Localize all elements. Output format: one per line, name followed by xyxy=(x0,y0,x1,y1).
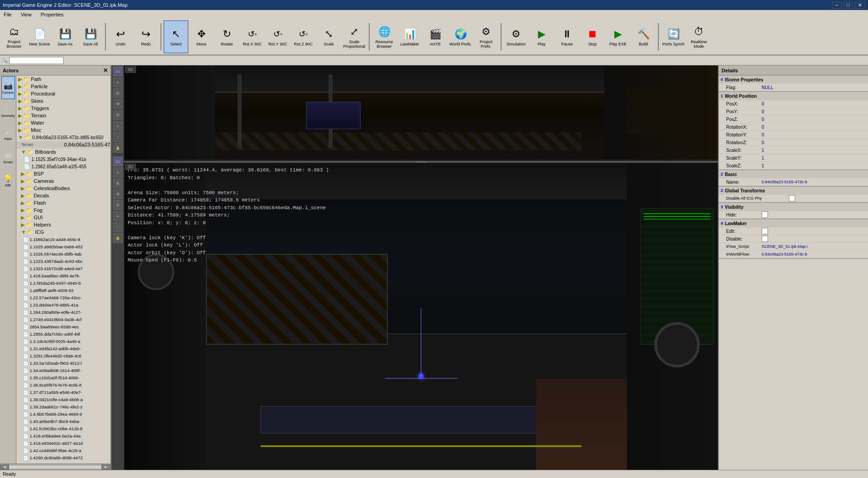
vp-bot-settings-btn[interactable]: ⚙ xyxy=(113,200,123,210)
tree-icg-15[interactable]: 📄 1.3.1dc4c95f-0025-4a45-a xyxy=(16,337,110,345)
tree-icg-3[interactable]: 📄 1.1026.5574ecd4-d9fb-4ab xyxy=(16,250,110,257)
tree-item-bsp[interactable]: ▶ 📁 BSP xyxy=(16,170,110,177)
rot-y-btn[interactable]: ↺Y Rot.Y 90C xyxy=(266,20,290,53)
search-input[interactable] xyxy=(9,57,64,64)
redo-btn[interactable]: ↪ Redo xyxy=(134,20,158,53)
tree-item-terrain-header[interactable]: Terrain 0.84c06a23-5165-473c-... xyxy=(16,141,110,148)
tree-horizontal-scrollbar[interactable]: ◀ ▶ xyxy=(0,463,110,470)
select-btn[interactable]: ↖ Select xyxy=(164,20,188,53)
vp-top-scale-btn[interactable]: ↕ xyxy=(113,132,123,142)
tree-item-decals[interactable]: ▶ 📁 Decals xyxy=(16,192,110,199)
tree-icg-25[interactable]: 📄 1.4.8b67beb9-29ea-4669-9 xyxy=(16,410,110,418)
rot-z-btn[interactable]: ↺Z Rot.Z 90C xyxy=(291,20,316,53)
camera-tool-btn[interactable]: 📷 Camera xyxy=(1,76,15,99)
tree-icg-18[interactable]: 📄 1.33.5a7d2eab-f903-4512-l xyxy=(16,359,110,367)
close-btn[interactable]: ✕ xyxy=(855,2,865,9)
vp-bot-plus-btn[interactable]: + xyxy=(113,167,123,177)
anite-btn[interactable]: 🎬 AniTE xyxy=(423,20,447,53)
move-btn[interactable]: ✥ Move xyxy=(189,20,214,53)
tree-icg-14[interactable]: 📄 1.2855.dda7c56c-a4bf-49f xyxy=(16,330,110,337)
save-as-btn[interactable]: 💾 Save As xyxy=(53,20,77,53)
scroll-left-btn[interactable]: ◀ xyxy=(0,464,9,470)
undo-btn[interactable]: ↩ Undo xyxy=(108,20,133,53)
tree-icg-6[interactable]: 📄 1.418.baad9ec-d9fd-4e7b xyxy=(16,272,110,279)
actors-close-btn[interactable]: ✕ xyxy=(103,67,108,74)
tree-icg-9[interactable]: 📄 1.22.57ae3468-726a-43cc- xyxy=(16,294,110,301)
resource-browser-btn[interactable]: 🌐 ResourceBrowser xyxy=(372,20,396,53)
ports-synch-btn[interactable]: 🔄 Ports Synch xyxy=(661,20,686,53)
rotate-btn[interactable]: ↻ Rotate xyxy=(215,20,239,53)
actors-tree[interactable]: ▶ 📁 Path ▶ 📁 Particle ▶ 📁 Procedural ▶ 📁… xyxy=(16,75,110,463)
section-2-header[interactable]: 2 Basic xyxy=(719,170,868,178)
tree-item-water[interactable]: ▶ 📁 Water xyxy=(16,119,110,126)
tree-item-bill-2[interactable]: 📄 1.2962.65a51a48-a1f5-455 xyxy=(16,163,110,170)
minimize-btn[interactable]: ─ xyxy=(832,2,842,9)
menu-file[interactable]: File xyxy=(2,11,14,18)
viewport-bottom[interactable]: FPS: 35.8731 ( worst: 11244.4, average: … xyxy=(124,163,718,470)
tree-item-bilboards[interactable]: ▼ 📁 Bilboards xyxy=(16,148,110,156)
vp-top-plus-btn[interactable]: + xyxy=(113,77,123,87)
menu-view[interactable]: View xyxy=(19,11,34,18)
tree-icg-23[interactable]: 📄 1.38.0d21c0fe-c4a9-4b06-a xyxy=(16,396,110,403)
rot-x-btn[interactable]: ↺X Rot.X 90C xyxy=(240,20,265,53)
tree-item-skies[interactable]: ▶ 📁 Skies xyxy=(16,97,110,105)
tree-icg-22[interactable]: 📄 1.37.d711a5b5-e546-40e7- xyxy=(16,388,110,396)
prop-edit-checkbox[interactable] xyxy=(762,228,768,234)
new-scene-btn[interactable]: 📄 New Scene xyxy=(27,20,52,53)
vp-top-add-btn[interactable]: + xyxy=(113,121,123,131)
tree-item-cameras[interactable]: ▶ 📁 Cameras xyxy=(16,177,110,185)
vp-top-settings-btn[interactable]: ⚙ xyxy=(113,110,123,120)
tree-icg-26[interactable]: 📄 1.40.ai0be9b7-3bc9-4eba- xyxy=(16,418,110,425)
vp-top-eye-btn[interactable]: 👁 xyxy=(113,99,123,109)
prop-hide-checkbox[interactable] xyxy=(762,211,768,218)
lawmaker-btn[interactable]: 📊 LawMaker xyxy=(397,20,422,53)
tree-item-icg[interactable]: ▼ 📁 ICG xyxy=(16,228,110,236)
tree-icg-4[interactable]: 📄 1.1223.4387daa5-4c93-4bc xyxy=(16,257,110,265)
play-exe-btn[interactable]: ▶ Play EXE xyxy=(606,20,630,53)
section-iscene-header[interactable]: 0 IScene Properties xyxy=(719,75,868,84)
tree-item-path[interactable]: ▶ 📁 Path xyxy=(16,75,110,83)
tree-icg-8[interactable]: 📄 1.a8ffb8f-aef8-4009-92 xyxy=(16,287,110,294)
maximize-btn[interactable]: □ xyxy=(843,2,853,9)
tree-item-fog[interactable]: ▶ 📁 Fog xyxy=(16,206,110,214)
tree-item-particle[interactable]: ▶ 📁 Particle xyxy=(16,83,110,90)
section-gt-header[interactable]: 2 Global Transforms xyxy=(719,186,868,195)
tree-icg-20[interactable]: 📄 1.35.c15d1a0f-f51d-4066- xyxy=(16,374,110,381)
simulation-btn[interactable]: ⚙ Simulation xyxy=(504,20,528,53)
prop-disable-checkbox[interactable] xyxy=(762,236,768,242)
tree-item-root-scene[interactable]: ▼ 📁 0.84c06a23-5165-473c-bf85-bc650 xyxy=(16,134,110,141)
tree-icg-2[interactable]: 📄 1.1025.a9dcb0ae-0a66-452 xyxy=(16,243,110,250)
toolbar2-search[interactable]: 🔍 xyxy=(2,58,7,63)
section-3-header[interactable]: 3 Visibility xyxy=(719,203,868,211)
scale-prop-btn[interactable]: ⤢ ScaleProportional xyxy=(342,20,366,53)
vp-bot-grid-btn[interactable]: ⊞ xyxy=(113,178,123,188)
menu-properties[interactable]: Properties xyxy=(39,11,65,18)
play-btn[interactable]: ▶ Play xyxy=(529,20,554,53)
vp-top-grid-btn[interactable]: ⊞ xyxy=(113,88,123,98)
tree-icg-16[interactable]: 📄 1.31.ed4fa142-ad0b-4de0- xyxy=(16,345,110,352)
tree-icg-5[interactable]: 📄 1.1323.41b72cd8-a4ed-4e7 xyxy=(16,265,110,272)
viewport-top[interactable]: 3D xyxy=(124,65,718,161)
save-all-btn[interactable]: 💾 Save All xyxy=(78,20,103,53)
terrain-tool-btn[interactable]: 🏔 Terrain xyxy=(1,146,15,169)
imb-tool-btn[interactable]: 💡 IMB xyxy=(1,169,15,192)
scene-top-render[interactable]: 3D xyxy=(124,65,718,160)
tree-item-helpers[interactable]: ▶ 📁 Helpers xyxy=(16,221,110,228)
vp-bot-3d-btn[interactable]: 3D xyxy=(113,156,123,166)
scroll-right-btn[interactable]: ▶ xyxy=(101,464,110,470)
pause-btn[interactable]: ⏸ Pause xyxy=(555,20,579,53)
tree-item-flash[interactable]: ▶ 📁 Flash xyxy=(16,199,110,206)
vp-bot-add-btn[interactable]: + xyxy=(113,211,123,221)
tree-icg-1[interactable]: 📄 1.1b862ac15-a448-469c-8 xyxy=(16,236,110,243)
tree-icg-10[interactable]: 📄 1.23.ddd4e478-68b5-41a xyxy=(16,301,110,308)
build-btn[interactable]: 🔨 Build xyxy=(631,20,656,53)
stop-btn[interactable]: ⏹ Stop xyxy=(580,20,605,53)
tree-item-misc[interactable]: ▶ 📁 Misc xyxy=(16,126,110,134)
tree-icg-30[interactable]: 📄 1.42.ccd4b9bf-8fae-4c26-a xyxy=(16,447,110,454)
geometry-tool-btn[interactable]: ⬡ Geometry xyxy=(1,100,15,122)
vp-bot-eye-btn[interactable]: 👁 xyxy=(113,189,123,199)
tree-item-bill-1[interactable]: 📄 1.1525.35ef7c09-34ae-41a xyxy=(16,156,110,163)
section-4-header[interactable]: 4 LawMaker xyxy=(719,219,868,227)
project-prefs-btn[interactable]: ⚙ ProjectPrefs. xyxy=(474,20,498,53)
prop-disable-icg-checkbox[interactable] xyxy=(789,195,795,201)
